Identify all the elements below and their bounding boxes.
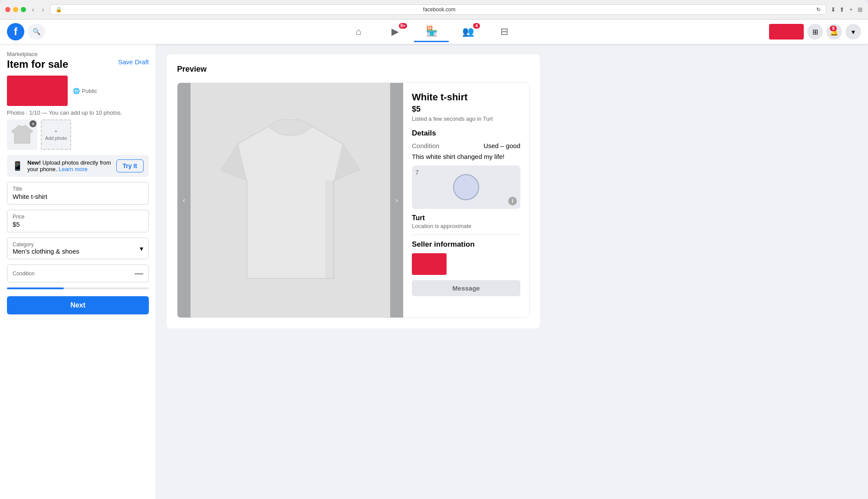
image-prev-button[interactable]: ‹ (178, 83, 191, 317)
price-label: Price (13, 214, 143, 220)
title-field: Title (7, 182, 149, 205)
condition-detail-value: Used – good (483, 142, 520, 149)
condition-detail-label: Condition (412, 142, 439, 149)
preview-listed: Listed a few seconds ago in Turt (412, 116, 520, 122)
maximize-button[interactable] (21, 7, 26, 12)
sidebar-title: Item for sale (7, 58, 68, 70)
image-next-button[interactable]: › (390, 83, 403, 317)
download-icon[interactable]: ⬇ (831, 6, 836, 13)
gaming-icon: ⊟ (500, 26, 508, 37)
nav-center: ⌂ ▶ 9+ 🏪 👥 4 ⊟ (94, 21, 769, 42)
photos-count: Photos · 1/10 — You can add up to 10 pho… (7, 109, 149, 116)
upload-banner-text: New! Upload photos directly from your ph… (27, 159, 112, 172)
main-content: Preview ‹ (156, 44, 868, 499)
back-button[interactable]: ‹ (30, 5, 36, 14)
preview-image-area: ‹ (178, 83, 403, 317)
preview-title: Preview (177, 65, 529, 74)
try-it-button[interactable]: Try It (116, 159, 144, 172)
profile-button[interactable] (769, 24, 804, 40)
progress-fill (7, 288, 64, 289)
sidebar: Marketplace Item for sale Save Draft 🌐 P… (0, 44, 156, 499)
minimize-button[interactable] (13, 7, 18, 12)
sidebar-breadcrumb: Marketplace (7, 51, 149, 57)
nav-right: ⊞ 🔔 9 ▾ (769, 24, 861, 40)
main-photo-display (7, 76, 68, 106)
details-section-title: Details (412, 129, 520, 138)
add-photo-button[interactable]: + Add photo (41, 119, 71, 150)
nav-tab-gaming[interactable]: ⊟ (487, 21, 522, 42)
share-icon[interactable]: ⬆ (839, 6, 845, 13)
reload-icon[interactable]: ↻ (816, 7, 821, 13)
address-bar[interactable]: 🔒 facebook.com ↻ (50, 4, 826, 15)
title-input[interactable] (13, 193, 143, 200)
public-badge: 🌐 Public (73, 88, 97, 94)
next-button[interactable]: Next (7, 296, 149, 314)
groups-icon: 👥 (462, 26, 474, 37)
photo-section: 🌐 Public Photos · 1/10 — You can add up … (7, 76, 149, 150)
category-value: Men's clothing & shoes (13, 248, 79, 255)
learn-more-link[interactable]: Learn more (59, 166, 87, 172)
message-button[interactable]: Message (412, 280, 520, 296)
nav-tab-video[interactable]: ▶ 9+ (378, 21, 412, 42)
condition-detail-row: Condition Used – good (412, 142, 520, 149)
remove-photo-button[interactable]: ✕ (30, 120, 36, 127)
public-label: Public (82, 88, 97, 94)
globe-icon: 🌐 (73, 88, 80, 94)
top-nav: f 🔍 ⌂ ▶ 9+ 🏪 👥 4 ⊟ (0, 20, 868, 44)
thumb-photo-1[interactable]: ✕ (7, 119, 37, 150)
preview-details: White t-shirt $5 Listed a few seconds ag… (403, 83, 529, 317)
upload-banner-bold: New! (27, 159, 41, 166)
upload-banner: 📱 New! Upload photos directly from your … (7, 155, 149, 177)
close-button[interactable] (5, 7, 10, 12)
product-image (191, 83, 390, 317)
search-button[interactable]: 🔍 (28, 24, 45, 40)
info-icon: i (512, 198, 513, 204)
tshirt-svg (217, 100, 364, 300)
seller-info-title: Seller information (412, 240, 520, 249)
marketplace-icon: 🏪 (426, 26, 437, 37)
fb-logo[interactable]: f (7, 23, 24, 40)
condition-label: Condition (13, 271, 35, 277)
price-input[interactable] (13, 221, 143, 228)
browser-chrome: ‹ › 🔒 facebook.com ↻ ⬇ ⬆ ＋ ⊞ (0, 0, 868, 20)
tabs-icon[interactable]: ⊞ (858, 6, 863, 13)
forward-button[interactable]: › (40, 5, 46, 14)
category-select[interactable]: Category Men's clothing & shoes ▾ (7, 238, 149, 259)
nav-tab-groups[interactable]: 👥 4 (450, 21, 485, 42)
home-icon: ⌂ (355, 26, 361, 37)
preview-content: ‹ (177, 83, 529, 318)
chevron-down-icon: ▾ (140, 245, 143, 253)
browser-actions: ⬇ ⬆ ＋ ⊞ (831, 6, 863, 13)
location-approx: Location is approximate (412, 223, 520, 229)
account-menu-button[interactable]: ▾ (845, 24, 861, 40)
save-draft-button[interactable]: Save Draft (118, 58, 149, 66)
add-photo-icon: + (55, 129, 57, 134)
map-number: 7 (415, 169, 419, 176)
photos-row: ✕ + Add photo (7, 119, 149, 150)
divider (412, 235, 520, 235)
map-area: 7 i (412, 165, 520, 209)
category-label: Category (13, 241, 79, 248)
fb-shell: f 🔍 ⌂ ▶ 9+ 🏪 👥 4 ⊟ (0, 20, 868, 499)
add-photo-label: Add photo (45, 135, 67, 141)
condition-value: — (135, 268, 143, 278)
map-info-icon[interactable]: i (508, 197, 517, 205)
notification-badge: 9 (830, 26, 837, 31)
page-layout: Marketplace Item for sale Save Draft 🌐 P… (0, 44, 868, 499)
nav-tab-marketplace[interactable]: 🏪 (414, 21, 449, 42)
preview-price: $5 (412, 105, 520, 114)
apps-button[interactable]: ⊞ (807, 24, 823, 40)
nav-tab-home[interactable]: ⌂ (341, 21, 376, 42)
map-circle (453, 174, 479, 200)
preview-card: Preview ‹ (167, 54, 540, 328)
new-tab-icon[interactable]: ＋ (848, 6, 854, 13)
notifications-button[interactable]: 🔔 9 (826, 24, 842, 40)
lock-icon: 🔒 (56, 7, 62, 13)
condition-field[interactable]: Condition — (7, 264, 149, 282)
fb-logo-letter: f (14, 26, 17, 38)
category-select-inner: Category Men's clothing & shoes (13, 241, 79, 255)
url-display: facebook.com (65, 7, 814, 13)
video-badge: 9+ (399, 23, 407, 29)
title-label: Title (13, 186, 143, 192)
location-name: Turt (412, 214, 520, 222)
